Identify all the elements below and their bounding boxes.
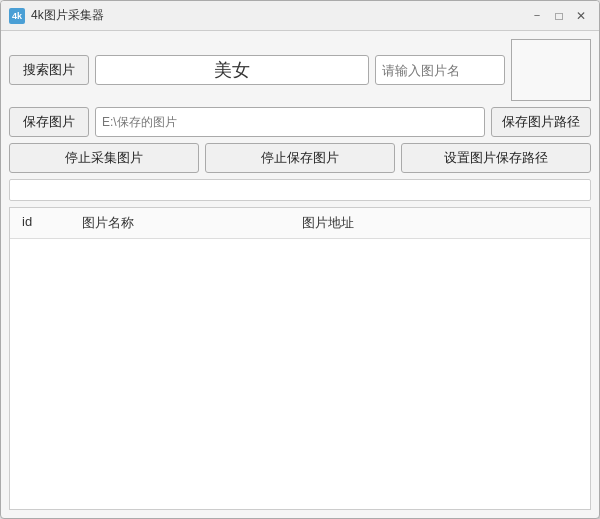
controls-row: 停止采集图片 停止保存图片 设置图片保存路径 bbox=[9, 143, 591, 173]
content-area: 搜索图片 保存图片 保存图片路径 停止采集图片 停止保存图片 设置图片保存路径 … bbox=[1, 31, 599, 518]
save-button[interactable]: 保存图片 bbox=[9, 107, 89, 137]
window-title: 4k图片采集器 bbox=[31, 7, 527, 24]
app-icon: 4k bbox=[9, 8, 25, 24]
save-path-button[interactable]: 保存图片路径 bbox=[491, 107, 591, 137]
window-controls: － □ ✕ bbox=[527, 6, 591, 26]
minimize-button[interactable]: － bbox=[527, 6, 547, 26]
stop-save-button[interactable]: 停止保存图片 bbox=[205, 143, 395, 173]
col-id-header: id bbox=[18, 212, 78, 234]
set-path-button[interactable]: 设置图片保存路径 bbox=[401, 143, 591, 173]
title-bar: 4k 4k图片采集器 － □ ✕ bbox=[1, 1, 599, 31]
col-url-header: 图片地址 bbox=[298, 212, 582, 234]
search-row: 搜索图片 bbox=[9, 39, 591, 101]
col-name-header: 图片名称 bbox=[78, 212, 298, 234]
stop-collect-button[interactable]: 停止采集图片 bbox=[9, 143, 199, 173]
save-path-input[interactable] bbox=[95, 107, 485, 137]
close-button[interactable]: ✕ bbox=[571, 6, 591, 26]
table-header: id 图片名称 图片地址 bbox=[10, 208, 590, 239]
progress-bar bbox=[9, 179, 591, 201]
image-preview bbox=[511, 39, 591, 101]
main-window: 4k 4k图片采集器 － □ ✕ 搜索图片 保存图片 保存图片路径 停止采集图片… bbox=[0, 0, 600, 519]
table-container[interactable]: id 图片名称 图片地址 bbox=[9, 207, 591, 510]
save-row: 保存图片 保存图片路径 bbox=[9, 107, 591, 137]
filename-input[interactable] bbox=[375, 55, 505, 85]
search-button[interactable]: 搜索图片 bbox=[9, 55, 89, 85]
maximize-button[interactable]: □ bbox=[549, 6, 569, 26]
keyword-input[interactable] bbox=[95, 55, 369, 85]
